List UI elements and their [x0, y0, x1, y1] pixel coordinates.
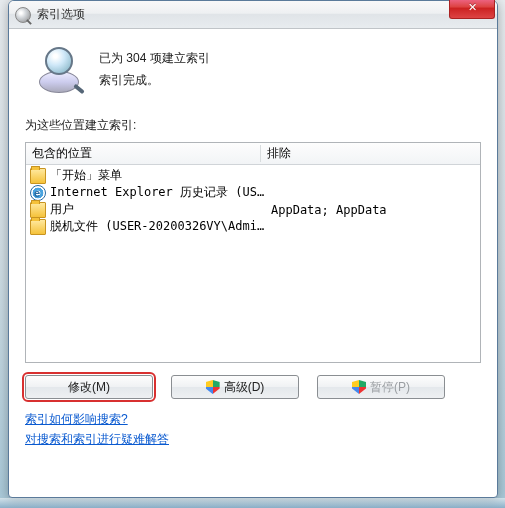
row-location: 「开始」菜单 — [50, 167, 265, 184]
pause-button-label: 暂停(P) — [370, 379, 410, 396]
table-row[interactable]: 「开始」菜单 — [26, 167, 480, 184]
titlebar[interactable]: 索引选项 ✕ — [9, 1, 497, 29]
table-row[interactable]: 脱机文件 (USER-20200326VY\Admin... — [26, 218, 480, 235]
folder-icon — [30, 168, 46, 184]
modify-button-label: 修改(M) — [68, 379, 110, 396]
modify-button[interactable]: 修改(M) — [25, 375, 153, 399]
link-troubleshoot[interactable]: 对搜索和索引进行疑难解答 — [25, 429, 169, 449]
folder-icon — [30, 202, 46, 218]
dialog-content: 已为 304 项建立索引 索引完成。 为这些位置建立索引: 包含的位置 排除 「… — [9, 29, 497, 464]
indexed-count-line: 已为 304 项建立索引 — [99, 48, 210, 70]
column-header-exclude[interactable]: 排除 — [261, 145, 480, 162]
table-row[interactable]: 用户AppData; AppData — [26, 201, 480, 218]
index-complete-line: 索引完成。 — [99, 70, 210, 92]
help-links: 索引如何影响搜索? 对搜索和索引进行疑难解答 — [25, 409, 481, 450]
table-row[interactable]: Internet Explorer 历史记录 (USE... — [26, 184, 480, 201]
locations-list[interactable]: 包含的位置 排除 「开始」菜单Internet Explorer 历史记录 (U… — [25, 142, 481, 363]
row-location: Internet Explorer 历史记录 (USE... — [50, 184, 265, 201]
magnifier-icon — [15, 7, 31, 23]
locations-label: 为这些位置建立索引: — [25, 117, 481, 134]
column-header-location[interactable]: 包含的位置 — [26, 145, 261, 162]
list-header[interactable]: 包含的位置 排除 — [26, 143, 480, 165]
row-exclude: AppData; AppData — [265, 203, 480, 217]
window-title: 索引选项 — [37, 6, 85, 23]
link-how-affect-search[interactable]: 索引如何影响搜索? — [25, 409, 128, 429]
ie-icon — [30, 185, 46, 201]
uac-shield-icon — [206, 380, 220, 394]
uac-shield-icon — [352, 380, 366, 394]
close-button[interactable]: ✕ — [449, 0, 495, 19]
button-row: 修改(M) 高级(D) 暂停(P) — [25, 375, 481, 399]
list-body: 「开始」菜单Internet Explorer 历史记录 (USE...用户Ap… — [26, 165, 480, 237]
taskbar-sliver — [0, 498, 505, 508]
row-location: 用户 — [50, 201, 265, 218]
search-disk-icon — [35, 45, 85, 95]
folder-icon — [30, 219, 46, 235]
advanced-button-label: 高级(D) — [224, 379, 265, 396]
status-row: 已为 304 项建立索引 索引完成。 — [25, 41, 481, 109]
row-location: 脱机文件 (USER-20200326VY\Admin... — [50, 218, 265, 235]
status-text: 已为 304 项建立索引 索引完成。 — [99, 48, 210, 91]
pause-button: 暂停(P) — [317, 375, 445, 399]
indexing-options-dialog: 索引选项 ✕ 已为 304 项建立索引 索引完成。 为这些位置建立索引: 包含的… — [8, 0, 498, 498]
advanced-button[interactable]: 高级(D) — [171, 375, 299, 399]
